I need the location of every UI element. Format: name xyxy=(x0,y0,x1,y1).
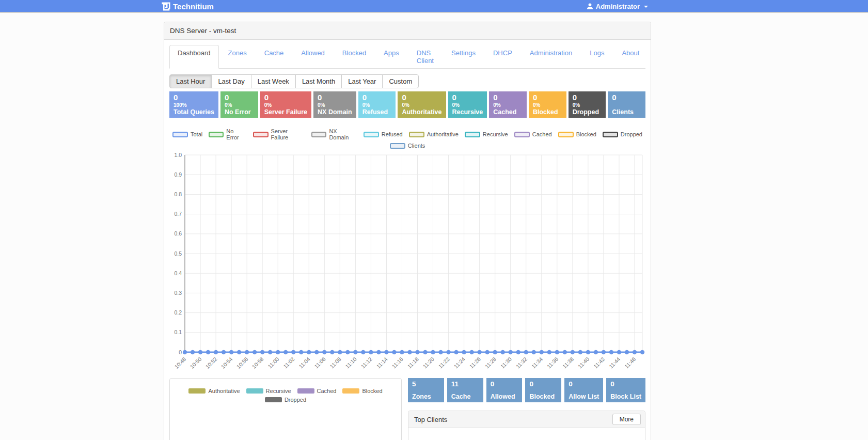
user-menu-dropdown[interactable]: Administrator xyxy=(587,3,651,10)
pie-legend-item-blocked[interactable]: Blocked xyxy=(342,388,382,394)
legend-item-total[interactable]: Total xyxy=(172,131,202,137)
legend-item-recursive[interactable]: Recursive xyxy=(465,131,508,137)
pie-legend-item-cached[interactable]: Cached xyxy=(297,388,337,394)
tab-settings[interactable]: Settings xyxy=(443,45,484,69)
mini-card-cache[interactable]: 11Cache xyxy=(447,378,483,402)
pie-legend-item-recursive[interactable]: Recursive xyxy=(246,388,291,394)
last-day-button[interactable]: Last Day xyxy=(211,74,251,88)
pie-legend-swatch-icon xyxy=(265,397,282,402)
stat-value: 0 xyxy=(612,93,641,102)
tab-dns-client[interactable]: DNS Client xyxy=(408,45,442,69)
mini-card-value: 0 xyxy=(610,380,641,388)
svg-text:11:32: 11:32 xyxy=(515,356,529,370)
legend-item-refused[interactable]: Refused xyxy=(364,131,403,137)
brand[interactable]: Technitium xyxy=(162,2,214,11)
legend-item-cached[interactable]: Cached xyxy=(514,131,552,137)
legend-item-no-error[interactable]: No Error xyxy=(209,128,247,140)
legend-item-clients[interactable]: Clients xyxy=(390,143,425,149)
pie-legend-swatch-icon xyxy=(342,388,359,394)
stat-card-cached: 00%Cached xyxy=(489,91,527,118)
legend-label: Blocked xyxy=(576,131,596,137)
stat-percent: 0% xyxy=(225,102,254,108)
legend-label: Authoritative xyxy=(208,388,240,394)
legend-swatch-icon xyxy=(209,132,224,137)
tab-apps[interactable]: Apps xyxy=(375,45,407,69)
technitium-logo-icon xyxy=(162,2,170,11)
top-clients-title: Top Clients xyxy=(414,416,447,423)
mini-card-allowed[interactable]: 0Allowed xyxy=(486,378,523,402)
mini-card-block-list[interactable]: 0Block List xyxy=(606,378,645,402)
stat-card-clients: 0Clients xyxy=(608,91,645,118)
tab-logs[interactable]: Logs xyxy=(581,45,612,69)
tab-blocked[interactable]: Blocked xyxy=(334,45,374,69)
last-year-button[interactable]: Last Year xyxy=(341,74,383,88)
legend-swatch-icon xyxy=(390,143,405,149)
bottom-right-column: 5Zones11Cache0Allowed0Blocked0Allow List… xyxy=(408,378,645,440)
tab-about[interactable]: About xyxy=(613,45,648,69)
last-hour-button[interactable]: Last Hour xyxy=(169,74,212,88)
svg-text:11:00: 11:00 xyxy=(266,356,280,370)
pie-legend-row-2: Dropped xyxy=(170,397,401,403)
main-content: DNS Server - vm-test DashboardZonesCache… xyxy=(164,22,651,440)
svg-text:11:26: 11:26 xyxy=(468,356,482,370)
stat-label: Dropped xyxy=(573,108,602,116)
svg-text:11:20: 11:20 xyxy=(421,356,435,370)
tab-bar: DashboardZonesCacheAllowedBlockedAppsDNS… xyxy=(169,45,645,69)
last-month-button[interactable]: Last Month xyxy=(295,74,342,88)
svg-text:0.3: 0.3 xyxy=(174,290,182,296)
stat-value: 0 xyxy=(493,93,523,102)
top-navbar: Technitium Administrator xyxy=(0,0,868,13)
legend-swatch-icon xyxy=(172,132,188,137)
stat-label: Total Queries xyxy=(173,108,214,116)
stat-card-authoritative: 00%Authoritative xyxy=(398,91,446,118)
panel-title: DNS Server - vm-test xyxy=(164,22,651,40)
stat-percent: 0% xyxy=(318,102,352,108)
mini-card-label: Cache xyxy=(451,393,479,400)
svg-text:10:54: 10:54 xyxy=(219,356,233,370)
mini-card-zones[interactable]: 5Zones xyxy=(408,378,444,402)
stat-value: 0 xyxy=(402,93,441,102)
legend-item-server-failure[interactable]: Server Failure xyxy=(253,128,305,140)
pie-legend-item-dropped[interactable]: Dropped xyxy=(265,397,306,403)
stat-card-blocked: 00%Blocked xyxy=(529,91,566,118)
stat-percent: 0% xyxy=(573,102,602,108)
custom-button[interactable]: Custom xyxy=(382,74,419,88)
tab-cache[interactable]: Cache xyxy=(256,45,292,69)
mini-card-blocked[interactable]: 0Blocked xyxy=(525,378,561,402)
mini-card-value: 5 xyxy=(412,380,440,388)
mini-card-label: Blocked xyxy=(529,393,557,400)
svg-text:0: 0 xyxy=(179,349,182,355)
pie-legend-item-authoritative[interactable]: Authoritative xyxy=(188,388,240,394)
legend-item-blocked[interactable]: Blocked xyxy=(558,131,596,137)
mini-card-label: Block List xyxy=(610,393,641,400)
navbar-container: Technitium Administrator xyxy=(162,0,651,13)
queries-chart-legend: TotalNo ErrorServer FailureNX DomainRefu… xyxy=(169,128,645,149)
stat-value: 0 xyxy=(452,93,483,102)
svg-text:11:44: 11:44 xyxy=(608,356,622,370)
stat-label: Server Failure xyxy=(264,108,307,116)
queries-chart[interactable]: 00.10.20.30.40.50.60.70.80.91.010:4810:5… xyxy=(169,151,645,374)
tab-dashboard[interactable]: Dashboard xyxy=(169,45,219,69)
legend-item-nx-domain[interactable]: NX Domain xyxy=(311,128,357,140)
top-clients-more-button[interactable]: More xyxy=(612,414,641,425)
stat-label: NX Domain xyxy=(318,108,352,116)
tab-zones[interactable]: Zones xyxy=(220,45,255,69)
legend-swatch-icon xyxy=(311,132,326,137)
mini-card-value: 0 xyxy=(529,380,557,388)
legend-row-1: TotalNo ErrorServer FailureNX DomainRefu… xyxy=(169,128,645,140)
legend-item-dropped[interactable]: Dropped xyxy=(603,131,642,137)
legend-item-authoritative[interactable]: Authoritative xyxy=(409,131,459,137)
svg-text:11:34: 11:34 xyxy=(530,356,544,370)
tab-allowed[interactable]: Allowed xyxy=(293,45,333,69)
last-week-button[interactable]: Last Week xyxy=(251,74,296,88)
stat-card-total-queries: 0100%Total Queries xyxy=(169,91,218,118)
legend-label: Cached xyxy=(532,131,552,137)
svg-text:0.4: 0.4 xyxy=(174,270,182,276)
tab-dhcp[interactable]: DHCP xyxy=(485,45,520,69)
stat-label: Cached xyxy=(493,108,523,116)
svg-text:10:48: 10:48 xyxy=(173,356,187,370)
svg-text:0.2: 0.2 xyxy=(174,309,182,316)
tab-administration[interactable]: Administration xyxy=(522,45,580,69)
stat-value: 0 xyxy=(318,93,352,102)
mini-card-allow-list[interactable]: 0Allow List xyxy=(564,378,603,402)
